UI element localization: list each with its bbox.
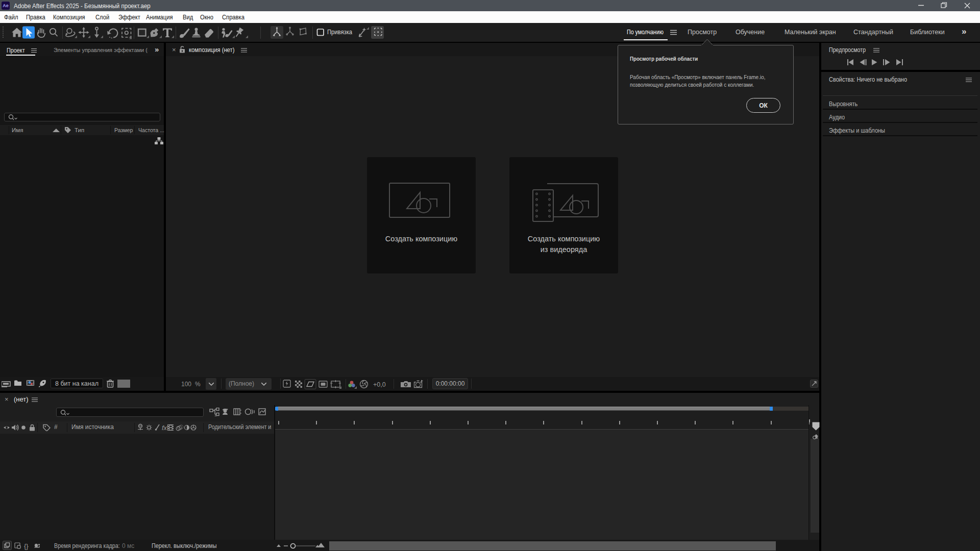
svg-text:fx: fx: [162, 424, 167, 432]
svg-text:Привязка: Привязка: [327, 29, 352, 36]
svg-text:{}: {}: [24, 542, 29, 550]
svg-text:+0,0: +0,0: [373, 381, 386, 388]
